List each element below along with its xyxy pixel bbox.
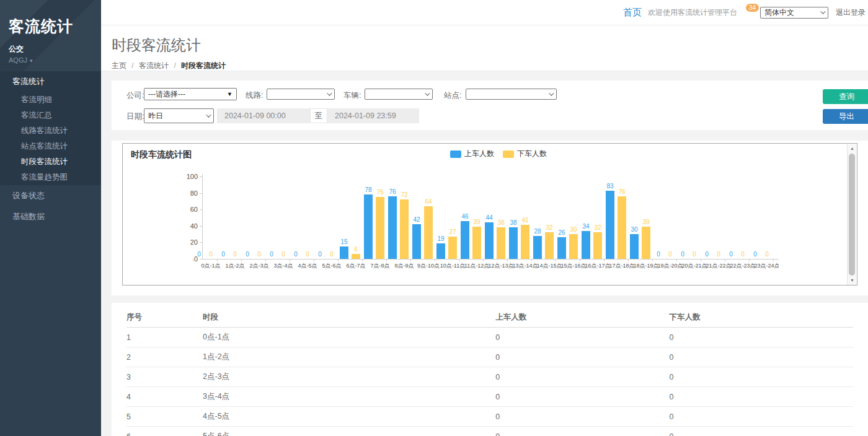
date-preset-select[interactable]: 昨日 (144, 108, 214, 123)
user-dropdown[interactable]: AQGJ▾ (9, 56, 92, 64)
x-tick-mark (483, 259, 484, 261)
table-row: 32点-3点00 (126, 367, 853, 387)
x-tick-mark (193, 259, 193, 261)
bar-下车人数 (593, 232, 602, 259)
chart-scrollbar[interactable]: ▲ ▼ (847, 144, 856, 285)
bar-value-label: 41 (516, 217, 534, 224)
table-cell: 4 (126, 387, 203, 407)
page-title: 时段客流统计 (112, 35, 868, 55)
table-cell: 0 (495, 328, 669, 347)
query-button[interactable]: 查询 (823, 89, 868, 104)
sidebar-subitem-时段客流统计[interactable]: 时段客流统计 (0, 154, 101, 170)
date-label: 日期: (126, 111, 144, 122)
bar-上车人数 (582, 231, 590, 259)
bar-下车人数 (448, 237, 457, 259)
y-tick-mark (200, 209, 202, 210)
y-tick-mark (200, 193, 202, 194)
table-cell: 2点-3点 (203, 367, 495, 387)
y-tick-mark (200, 177, 202, 177)
bar-上车人数 (509, 227, 518, 259)
bar-上车人数 (461, 221, 469, 259)
topbar-home-link[interactable]: 首页 (623, 7, 642, 19)
table-panel: 序号时段上车人数下车人数 10点-1点0021点-2点0032点-3点0043点… (112, 303, 868, 436)
x-tick-mark (265, 259, 266, 261)
table-cell: 1点-2点 (203, 347, 495, 367)
chevron-down-icon (206, 112, 211, 117)
bar-上车人数 (533, 236, 542, 259)
table-row: 54点-5点00 (126, 407, 853, 427)
x-tick-mark (531, 259, 532, 261)
chart-box: 时段车流统计图 上车人数下车人数 0204060801000点-1点001点-2… (122, 143, 857, 286)
breadcrumb-section[interactable]: 客流统计 (139, 61, 169, 70)
breadcrumb-home[interactable]: 主页 (112, 61, 126, 70)
table-cell: 3点-4点 (203, 387, 495, 407)
breadcrumb-separator: / (131, 61, 133, 70)
breadcrumb-current: 时段客流统计 (181, 61, 226, 70)
x-tick-mark (556, 259, 556, 261)
sidebar-item-设备状态[interactable]: 设备状态 (0, 185, 101, 206)
bar-value-label: 64 (419, 198, 438, 205)
chevron-down-icon (327, 90, 332, 95)
bar-上车人数 (412, 224, 421, 259)
logout-link[interactable]: 退出登录 (836, 7, 866, 18)
breadcrumb: 主页 / 客流统计 / 时段客流统计 (112, 61, 868, 71)
bar-上车人数 (630, 234, 639, 259)
table-header-时段: 时段 (203, 308, 495, 328)
sidebar-subitem-客流量趋势图[interactable]: 客流量趋势图 (0, 170, 101, 185)
x-tick-mark (507, 259, 508, 261)
date-end-input[interactable]: 2024-01-09 23:59 (327, 108, 419, 123)
table-cell: 6 (126, 427, 203, 436)
vehicle-label: 车辆: (343, 90, 361, 101)
bar-value-label: 15 (335, 238, 353, 245)
scroll-down-icon[interactable]: ▼ (848, 276, 857, 285)
bar-上车人数 (436, 243, 445, 259)
line-select[interactable] (267, 89, 335, 100)
notification-badge[interactable]: 34 (746, 4, 759, 12)
sidebar-item-客流统计[interactable]: 客流统计 (0, 71, 101, 92)
table-cell: 0 (495, 387, 669, 407)
language-value: 简体中文 (764, 7, 794, 18)
company-select[interactable]: ---请选择--- ▼ (144, 88, 237, 100)
table-cell: 3 (126, 367, 203, 387)
bar-value-label: 30 (625, 226, 644, 233)
sidebar-subitem-线路客流统计[interactable]: 线路客流统计 (0, 123, 101, 139)
sidebar-subitem-客流明细[interactable]: 客流明细 (0, 92, 101, 108)
chevron-down-icon (549, 90, 554, 95)
bar-下车人数 (352, 254, 360, 259)
table-cell: 5点-6点 (203, 427, 495, 436)
dropdown-arrow-icon: ▼ (227, 91, 232, 97)
bar-value-label: 27 (443, 229, 462, 235)
bar-value-label: 0 (758, 251, 776, 258)
sidebar-subitem-客流汇总[interactable]: 客流汇总 (0, 108, 101, 123)
x-tick-mark (217, 259, 218, 261)
bar-value-label: 19 (432, 235, 450, 242)
table-header-下车人数: 下车人数 (669, 308, 853, 328)
table-row: 43点-4点00 (126, 387, 853, 407)
x-tick-mark (701, 259, 701, 261)
sidebar-item-基础数据[interactable]: 基础数据 (0, 206, 101, 227)
table-cell: 0点-1点 (203, 328, 495, 347)
x-tick-mark (749, 259, 750, 261)
export-button[interactable]: 导出 (823, 109, 868, 124)
bar-chart: 0204060801000点-1点001点-2点002点-3点003点-4点00… (123, 144, 779, 285)
table-cell: 0 (669, 347, 853, 367)
vehicle-select[interactable] (365, 89, 433, 100)
chevron-down-icon: ▾ (30, 58, 33, 64)
app-logo: 客流统计 (9, 16, 92, 37)
bar-value-label: 39 (637, 219, 655, 225)
date-start-input[interactable]: 2024-01-09 00:00 (217, 108, 310, 123)
station-select[interactable] (466, 89, 557, 100)
x-tick-mark (676, 259, 677, 261)
scrollbar-thumb[interactable] (849, 154, 855, 276)
chevron-down-icon (820, 9, 825, 14)
scroll-up-icon[interactable]: ▲ (848, 144, 857, 153)
sidebar-subitem-站点客流统计[interactable]: 站点客流统计 (0, 139, 101, 154)
bar-上车人数 (606, 191, 614, 259)
x-tick-mark (410, 259, 411, 261)
x-tick-mark (314, 259, 314, 261)
x-tick-mark (628, 259, 629, 261)
bar-上车人数 (557, 237, 566, 259)
sidebar-nav: 客流统计客流明细客流汇总线路客流统计站点客流统计时段客流统计客流量趋势图设备状态… (0, 71, 101, 227)
filter-panel: 公司: ---请选择--- ▼ 线路: 车辆: 站点: 日期: 昨日 (112, 81, 868, 130)
language-select[interactable]: 简体中文 (760, 7, 828, 19)
